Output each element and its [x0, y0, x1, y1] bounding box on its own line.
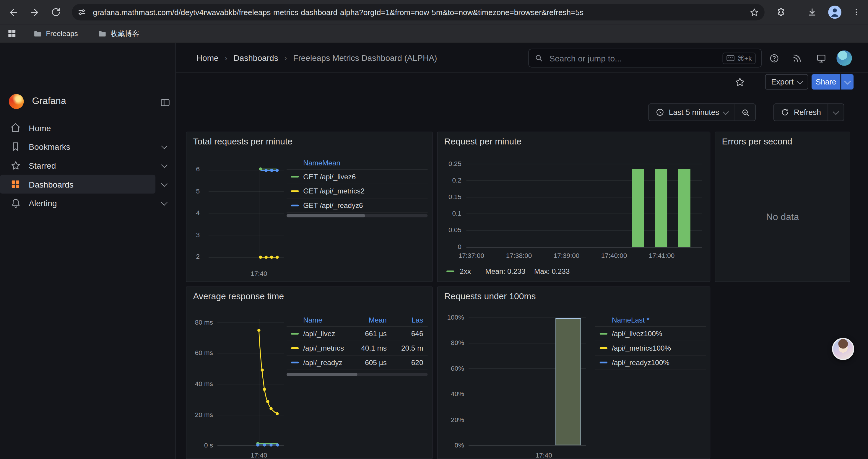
apps-grid-icon[interactable] — [7, 29, 17, 38]
breadcrumb-home[interactable]: Home — [196, 53, 219, 63]
legend-header-name[interactable]: Name — [286, 158, 322, 167]
bookmark-icon — [10, 141, 21, 152]
panel-requests-under-100ms: Requests under 100ms 100% 80% 60% 40% 20… — [437, 287, 710, 459]
series-last: 100% — [651, 358, 677, 366]
favorite-star-icon[interactable] — [733, 75, 746, 89]
screen: Freeleaps 收藏博客 Grafana Home — [0, 0, 868, 459]
search-shortcut: ⌘+k — [722, 52, 755, 64]
back-icon[interactable] — [4, 3, 22, 21]
legend-header-name[interactable]: Name — [595, 316, 631, 324]
breadcrumb-dashboards[interactable]: Dashboards — [234, 53, 278, 63]
url-bar[interactable] — [72, 4, 764, 21]
bookmark-item[interactable]: 收藏博客 — [98, 28, 139, 38]
series-color-green — [291, 176, 299, 177]
bookmark-item[interactable]: Freeleaps — [33, 29, 78, 38]
x-tick: 17:40 — [241, 270, 277, 278]
reload-icon[interactable] — [47, 3, 65, 21]
browser-menu-icon[interactable] — [848, 3, 865, 21]
zoom-out-icon — [740, 107, 750, 117]
grafana-logo[interactable] — [9, 94, 24, 109]
y-tick: 100% — [438, 314, 464, 322]
sidebar-collapse-icon[interactable] — [156, 93, 174, 111]
panel-title[interactable]: Requests under 100ms — [444, 292, 536, 302]
sidebar-item-home[interactable]: Home — [0, 119, 176, 137]
sidebar-item-starred[interactable]: Starred — [0, 156, 176, 175]
series-color-green — [291, 333, 299, 335]
clock-icon — [656, 108, 664, 117]
user-avatar[interactable] — [836, 50, 852, 66]
panel-title[interactable]: Total requests per minute — [193, 137, 292, 147]
series-name[interactable]: /api/_livez — [303, 330, 358, 338]
browser-profile-avatar[interactable] — [828, 5, 842, 20]
share-button[interactable]: Share — [812, 74, 840, 90]
export-button[interactable]: Export — [765, 74, 809, 90]
panel-title[interactable]: Errors per second — [722, 137, 793, 147]
series-color-blue — [291, 362, 299, 364]
series-name[interactable]: 2xx — [460, 267, 471, 275]
y-tick: 20 ms — [186, 411, 213, 419]
x-tick: 17:38:00 — [500, 252, 538, 260]
sidebar-item-label: Starred — [29, 161, 56, 170]
breadcrumb-separator: › — [224, 53, 227, 63]
refresh-icon — [780, 108, 789, 117]
series-last: 100% — [653, 344, 678, 352]
sidebar-item-bookmarks[interactable]: Bookmarks — [0, 137, 176, 156]
series-name[interactable]: /api/_livez — [612, 330, 644, 338]
search-input[interactable] — [548, 53, 723, 64]
monitor-kiosk-icon[interactable] — [813, 50, 829, 66]
series-name[interactable]: /api/_readyz — [612, 358, 651, 366]
series-name[interactable]: GET /api/_metrics — [303, 187, 361, 195]
chevron-down-icon[interactable] — [161, 143, 167, 149]
legend-header-last[interactable]: Last * — [631, 316, 657, 324]
legend-header-mean[interactable]: Mean — [358, 316, 392, 324]
series-name[interactable]: /api/_readyz — [303, 358, 358, 366]
panel-request-per-minute: Request per minute 0.25 0.2 0.15 0.1 0.0… — [437, 132, 710, 282]
legend-scrollbar[interactable] — [286, 373, 428, 376]
download-icon[interactable] — [803, 3, 821, 21]
forward-icon[interactable] — [25, 3, 43, 21]
series-name[interactable]: GET /api/_livez — [303, 172, 352, 181]
help-icon[interactable] — [766, 50, 781, 66]
bell-icon — [10, 197, 21, 208]
bookmark-star-icon[interactable] — [749, 7, 759, 17]
series-last: 646 — [392, 330, 428, 338]
series-name[interactable]: GET /api/_readyz — [303, 201, 359, 210]
series-mean: 6 — [359, 201, 382, 210]
zoom-out-button[interactable] — [735, 104, 755, 121]
search-box[interactable]: ⌘+k — [528, 49, 762, 68]
y-tick: 0.2 — [438, 176, 462, 185]
bar-under-100ms — [555, 318, 581, 446]
chevron-down-icon[interactable] — [161, 199, 167, 205]
chevron-down-icon — [833, 108, 839, 114]
panel-title[interactable]: Request per minute — [444, 137, 522, 147]
chevron-down-icon[interactable] — [161, 162, 167, 168]
legend-header-mean[interactable]: Mean — [322, 158, 360, 167]
y-tick: 80 ms — [186, 319, 213, 327]
y-tick: 4 — [186, 209, 200, 218]
time-controls: Last 5 minutes — [649, 103, 756, 121]
chevron-down-icon[interactable] — [161, 181, 167, 187]
extensions-icon[interactable] — [772, 3, 790, 21]
series-name[interactable]: /api/_metrics — [303, 344, 358, 352]
series-name[interactable]: /api/_metrics — [612, 344, 653, 352]
refresh-button[interactable]: Refresh — [774, 104, 828, 121]
legend-row: GET /api/_readyz 6 — [286, 198, 428, 213]
y-tick: 3 — [186, 231, 200, 239]
time-range-picker[interactable]: Last 5 minutes — [649, 104, 735, 121]
panel-title[interactable]: Average response time — [193, 292, 284, 302]
sidebar-item-alerting[interactable]: Alerting — [0, 193, 176, 212]
legend-scrollbar[interactable] — [286, 214, 428, 218]
share-dropdown-button[interactable] — [841, 74, 854, 90]
url-input[interactable] — [92, 7, 749, 17]
floating-avatar[interactable] — [832, 338, 854, 360]
refresh-interval-dropdown[interactable] — [828, 104, 843, 121]
legend-row: /api/_livez 661 µs 646 — [286, 327, 428, 341]
news-rss-icon[interactable] — [789, 50, 805, 66]
legend-header-name[interactable]: Name — [303, 316, 358, 324]
legend-row: /api/_livez 100% — [595, 327, 706, 341]
legend-header-last[interactable]: Las — [392, 316, 428, 324]
site-settings-icon[interactable] — [78, 8, 86, 17]
legend-row: /api/_readyz 605 µs 620 — [286, 356, 428, 370]
legend-inline: 2xx Mean: 0.233 Max: 0.233 — [446, 266, 569, 276]
sidebar-item-dashboards[interactable]: Dashboards — [0, 175, 176, 194]
